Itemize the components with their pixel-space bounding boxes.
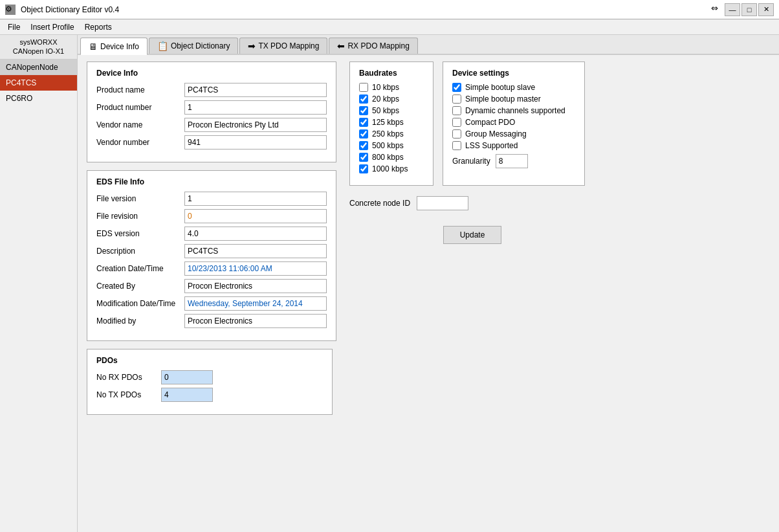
tx-pdo-input[interactable] [161, 388, 213, 402]
tab-rx-pdo-label: RX PDO Mapping [347, 41, 409, 50]
description-row: Description [96, 244, 327, 258]
baudrate-125kbps-label: 125 kbps [372, 118, 404, 127]
file-revision-input[interactable] [184, 209, 327, 223]
baudrate-10kbps-label: 10 kbps [372, 83, 399, 92]
simple-bootup-master-label: Simple bootup master [465, 94, 541, 104]
eds-file-info-panel: EDS File Info File version File revision… [87, 170, 336, 341]
creation-datetime-input[interactable] [184, 261, 327, 276]
file-revision-row: File revision [96, 209, 327, 223]
product-name-input[interactable] [184, 83, 327, 97]
pdo-panel: PDOs No RX PDOs No TX PDOs [87, 349, 333, 415]
baudrate-1000kbps-checkbox[interactable] [359, 164, 368, 173]
baudrate-50kbps: 50 kbps [359, 106, 424, 115]
simple-bootup-slave-checkbox[interactable] [452, 83, 461, 92]
baudrate-20kbps: 20 kbps [359, 94, 424, 104]
baudrate-20kbps-checkbox[interactable] [359, 94, 368, 104]
baudrate-50kbps-checkbox[interactable] [359, 106, 368, 115]
vendor-number-input[interactable] [184, 135, 327, 150]
product-name-row: Product name [96, 83, 327, 97]
tx-pdo-tab-icon: ➡ [248, 41, 256, 51]
rx-pdo-tab-icon: ⬅ [337, 41, 345, 51]
baudrate-125kbps-checkbox[interactable] [359, 118, 368, 127]
eds-version-input[interactable] [184, 227, 327, 241]
resize-icon: ⇔ [711, 3, 718, 16]
maximize-button[interactable]: □ [741, 3, 757, 16]
group-messaging-row: Group Messaging [452, 129, 575, 139]
simple-bootup-master-checkbox[interactable] [452, 94, 461, 104]
granularity-label: Granularity [452, 157, 490, 166]
file-version-input[interactable] [184, 192, 327, 206]
lss-supported-checkbox[interactable] [452, 141, 461, 150]
modified-by-input[interactable] [184, 314, 327, 328]
compact-pdo-checkbox[interactable] [452, 118, 461, 127]
device-settings-title: Device settings [452, 69, 575, 78]
description-input[interactable] [184, 244, 327, 258]
concrete-node-input[interactable] [417, 196, 468, 210]
eds-info-title: EDS File Info [96, 177, 327, 186]
baudrate-500kbps-label: 500 kbps [372, 141, 404, 150]
main-layout: sysWORXX CANopen IO-X1 CANopenNode PC4TC… [0, 35, 779, 532]
product-number-label: Product number [96, 103, 181, 112]
eds-version-label: EDS version [96, 229, 181, 238]
vendor-name-input[interactable] [184, 118, 327, 132]
baudrate-800kbps: 800 kbps [359, 153, 424, 162]
baudrate-500kbps-checkbox[interactable] [359, 141, 368, 150]
group-messaging-checkbox[interactable] [452, 129, 461, 139]
update-button[interactable]: Update [443, 226, 501, 244]
right-column: Baudrates 10 kbps 20 kbps [349, 61, 595, 244]
tab-device-info-label: Device Info [100, 42, 139, 51]
description-label: Description [96, 247, 181, 256]
tab-object-dictionary[interactable]: 📋 Object Dictionary [149, 38, 238, 54]
tab-rx-pdo-mapping[interactable]: ⬅ RX PDO Mapping [329, 38, 417, 54]
created-by-label: Created By [96, 282, 181, 291]
rx-pdo-input[interactable] [161, 370, 213, 384]
compact-pdo-row: Compact PDO [452, 118, 575, 127]
baudrates-title: Baudrates [359, 69, 424, 78]
device-info-panel: Device Info Product name Product number … [87, 61, 336, 162]
menu-bar: File Insert Profile Reports [0, 19, 779, 35]
content-area: 🖥 Device Info 📋 Object Dictionary ➡ TX P… [78, 35, 779, 532]
baudrate-10kbps: 10 kbps [359, 83, 424, 92]
creation-datetime-label: Creation Date/Time [96, 264, 181, 273]
vendor-number-label: Vendor number [96, 138, 181, 147]
pdo-title: PDOs [96, 356, 323, 365]
concrete-node-row: Concrete node ID [349, 196, 595, 210]
created-by-input[interactable] [184, 279, 327, 293]
app-title: Object Dictionary Editor v0.4 [21, 5, 706, 14]
page-content: Device Info Product name Product number … [78, 55, 779, 532]
app-icon: ⚙ [5, 5, 16, 15]
left-column: Device Info Product name Product number … [87, 61, 336, 415]
baudrate-800kbps-label: 800 kbps [372, 153, 404, 162]
baudrate-10kbps-checkbox[interactable] [359, 83, 368, 92]
modification-datetime-input[interactable] [184, 296, 327, 311]
top-right-group: Baudrates 10 kbps 20 kbps [349, 61, 595, 186]
device-settings-panel: Device settings Simple bootup slave Simp… [443, 61, 585, 186]
file-version-label: File version [96, 194, 181, 203]
tab-tx-pdo-mapping[interactable]: ➡ TX PDO Mapping [239, 38, 327, 54]
granularity-row: Granularity [452, 154, 575, 168]
dynamic-channels-checkbox[interactable] [452, 106, 461, 115]
baudrate-800kbps-checkbox[interactable] [359, 153, 368, 162]
creation-datetime-row: Creation Date/Time [96, 261, 327, 276]
menu-file[interactable]: File [3, 21, 25, 33]
rx-pdo-row: No RX PDOs [96, 370, 323, 384]
compact-pdo-label: Compact PDO [465, 118, 515, 127]
close-button[interactable]: ✕ [758, 3, 774, 16]
product-number-input[interactable] [184, 100, 327, 115]
object-dict-tab-icon: 📋 [157, 41, 168, 51]
baudrate-500kbps: 500 kbps [359, 141, 424, 150]
baudrate-250kbps-checkbox[interactable] [359, 129, 368, 139]
sidebar-item-pc6ro[interactable]: PC6RO [0, 91, 77, 106]
baudrate-250kbps: 250 kbps [359, 129, 424, 139]
tab-bar: 🖥 Device Info 📋 Object Dictionary ➡ TX P… [78, 35, 779, 55]
sidebar-item-pc4tcs[interactable]: PC4TCS [0, 75, 77, 91]
menu-reports[interactable]: Reports [80, 21, 117, 33]
lss-supported-label: LSS Supported [465, 141, 518, 150]
baudrate-250kbps-label: 250 kbps [372, 129, 404, 139]
minimize-button[interactable]: — [725, 3, 740, 16]
concrete-node-label: Concrete node ID [349, 199, 410, 208]
sidebar-canopennode[interactable]: CANopenNode [0, 60, 77, 75]
menu-insert-profile[interactable]: Insert Profile [25, 21, 79, 33]
granularity-input[interactable] [496, 154, 528, 168]
tab-device-info[interactable]: 🖥 Device Info [80, 38, 148, 55]
